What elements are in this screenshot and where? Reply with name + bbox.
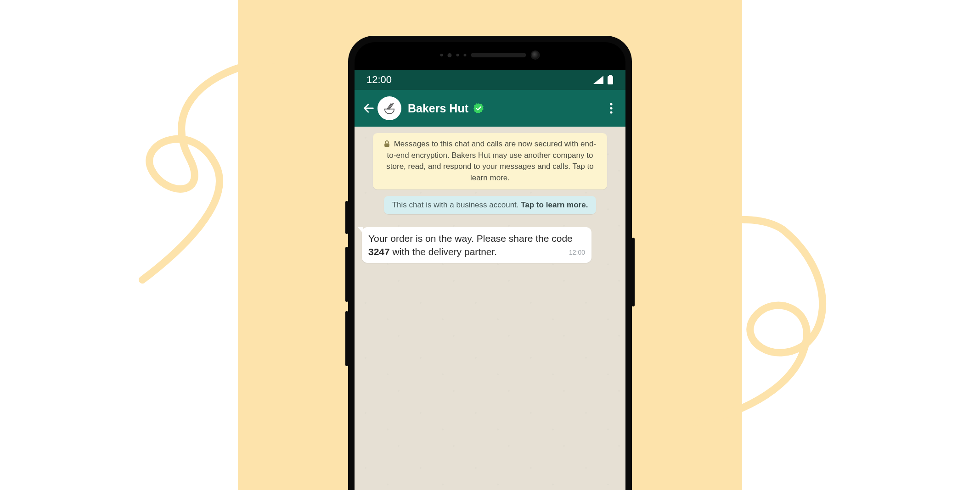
whisk-bowl-icon	[382, 100, 397, 116]
status-time: 12:00	[366, 74, 392, 86]
svg-point-3	[610, 103, 612, 105]
business-account-notice[interactable]: This chat is with a business account. Ta…	[384, 196, 597, 214]
back-button[interactable]	[361, 102, 377, 115]
encryption-notice-text: Messages to this chat and calls are now …	[386, 139, 596, 182]
incoming-message[interactable]: Your order is on the way. Please share t…	[362, 227, 591, 263]
business-notice-link: Tap to learn more.	[521, 200, 588, 209]
encryption-notice[interactable]: Messages to this chat and calls are now …	[373, 133, 607, 189]
chat-body[interactable]: Messages to this chat and calls are now …	[355, 127, 625, 490]
chat-header: Bakers Hut	[355, 90, 625, 127]
decorative-squiggle-right	[691, 216, 838, 427]
message-timestamp: 12:00	[569, 249, 585, 256]
more-vertical-icon	[610, 103, 613, 114]
svg-point-5	[610, 111, 612, 113]
message-text-after: with the delivery partner.	[390, 246, 497, 257]
business-notice-text: This chat is with a business account.	[392, 200, 521, 209]
phone-volume-down	[345, 311, 348, 366]
phone-side-button	[345, 201, 348, 234]
svg-rect-1	[609, 75, 612, 76]
svg-rect-0	[608, 76, 613, 84]
verified-badge	[473, 103, 484, 114]
phone-frame: 12:00 Bakers Hut	[348, 36, 632, 490]
phone-power-button	[632, 238, 635, 306]
lock-icon	[384, 140, 390, 147]
status-bar: 12:00	[355, 70, 625, 90]
svg-point-4	[610, 107, 612, 109]
phone-volume-up	[345, 247, 348, 302]
avatar[interactable]	[377, 96, 401, 120]
verified-icon	[473, 103, 484, 114]
more-options-button[interactable]	[603, 103, 619, 114]
phone-bezel: 12:00 Bakers Hut	[355, 42, 625, 490]
signal-icon	[593, 76, 603, 84]
chat-title[interactable]: Bakers Hut	[408, 102, 468, 115]
decorative-squiggle-left	[138, 55, 276, 284]
phone-sensor-cluster	[440, 50, 540, 60]
message-text-before: Your order is on the way. Please share t…	[368, 233, 573, 244]
phone-screen: 12:00 Bakers Hut	[355, 70, 625, 490]
message-text: Your order is on the way. Please share t…	[368, 233, 573, 257]
battery-icon	[607, 75, 614, 85]
arrow-left-icon	[362, 102, 375, 115]
svg-rect-6	[384, 143, 389, 147]
message-code: 3247	[368, 246, 390, 257]
